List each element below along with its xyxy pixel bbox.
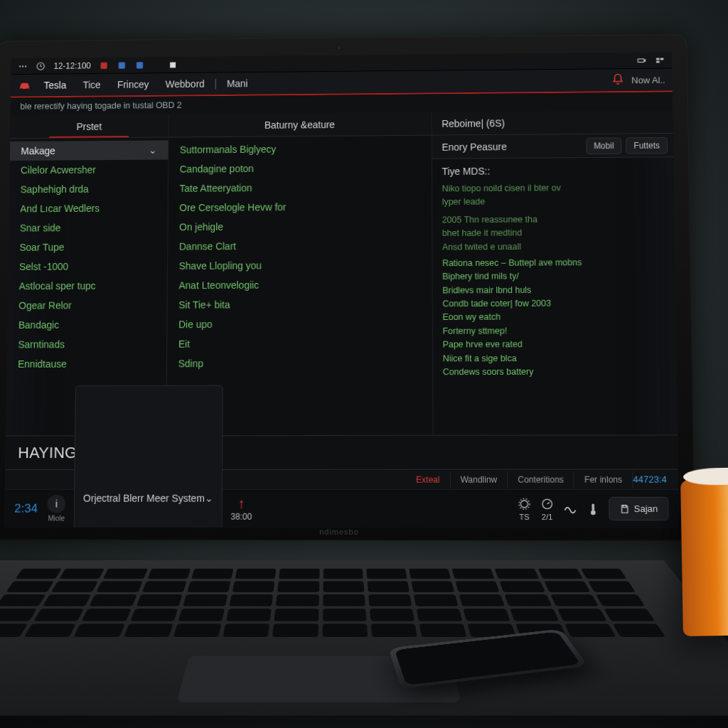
section-title: Tiye MDS:: (441, 164, 663, 177)
os-menu-icon[interactable] (18, 61, 28, 71)
info-icon[interactable]: i (48, 495, 66, 513)
log-line: Condews soors battery (443, 365, 667, 379)
list-item[interactable]: Candagine poton (168, 158, 432, 179)
list-item[interactable]: Eit (167, 333, 432, 354)
list-item[interactable]: On jehigle (168, 216, 432, 237)
list-item[interactable]: Die upo (167, 314, 432, 334)
svg-point-0 (19, 65, 21, 67)
menu-item-2[interactable]: Frincey (110, 76, 156, 93)
tray-icon-4[interactable] (168, 60, 178, 70)
save-icon (619, 503, 629, 513)
menu-item-1[interactable]: Tice (76, 77, 108, 93)
svg-point-2 (25, 65, 26, 67)
footer-bar: 2:34 i Miole Orjectral Blerr Meer System… (4, 489, 679, 528)
list-item[interactable]: Ennidtause (6, 354, 166, 374)
tray-icon-1[interactable] (99, 60, 109, 70)
tab-ferinlons[interactable]: Fer inlons (574, 471, 633, 488)
ts-icon[interactable]: TS (517, 496, 531, 520)
log-line: Pape hrve eve rated (443, 338, 667, 352)
svg-rect-18 (592, 503, 594, 510)
laptop-keyboard (0, 569, 670, 643)
right-header: Reboime| (6S) (432, 110, 673, 136)
list-item[interactable]: Sarntinads (7, 334, 167, 354)
right-log: Tiye MDS:: Niko tiopo noild cisen il bte… (432, 157, 678, 435)
list-item[interactable]: Astlocal sper tupc (8, 276, 167, 296)
list-item-selected[interactable]: Makage⌄ (10, 140, 168, 161)
menu-item-4[interactable]: Mani (220, 75, 255, 92)
list-item[interactable]: Bandagic (7, 315, 166, 335)
list-item[interactable]: Tate Atteeryation (168, 177, 432, 198)
list-item[interactable]: Sit Tie+ bita (168, 294, 432, 315)
brand-car-icon (18, 79, 32, 92)
window-controls-icon[interactable] (655, 55, 665, 65)
right-subheader: Enory Peasure Mobil Futtets (432, 134, 673, 159)
log-line: Niko tiopo noild cisen il bter ov (442, 181, 664, 196)
svg-point-1 (22, 65, 23, 67)
os-clock: 12-12:100 (53, 60, 90, 70)
log-line: Bridlevs mair lbnd huls (442, 283, 665, 298)
chevron-down-icon: ⌄ (205, 492, 213, 503)
coffee-cup (680, 478, 728, 636)
menu-item-3[interactable]: Webbord (159, 75, 212, 92)
list-item[interactable]: Ogear Relor (8, 295, 167, 315)
svg-rect-12 (656, 60, 660, 63)
list-item[interactable]: Snar side (9, 218, 167, 238)
list-item[interactable]: Selst -1000 (8, 256, 167, 276)
save-button[interactable]: Sajan (609, 497, 669, 520)
laptop-hinge-label: ndimesbo (319, 528, 359, 536)
tab-wandlinw[interactable]: Wandlinw (451, 471, 508, 488)
chevron-down-icon: ⌄ (149, 144, 157, 156)
left-header: Prstet (10, 114, 168, 139)
svg-point-19 (591, 510, 596, 515)
log-line: Forterny sttmep! (442, 324, 665, 338)
svg-rect-9 (644, 60, 645, 61)
list-item[interactable]: Suttormanals Biglyecy (168, 138, 431, 159)
tab-conteritions[interactable]: Conteritions (508, 471, 574, 488)
mobil-button[interactable]: Mobil (586, 137, 622, 154)
svg-rect-11 (660, 58, 664, 60)
laptop-camera (336, 45, 342, 50)
log-line: Rationa nesec – Buttepl ave mobns (442, 256, 665, 271)
list-item[interactable]: Sdinp (167, 353, 432, 374)
info-label: Miole (48, 515, 65, 523)
list-item[interactable]: Cilelor Acwersher (9, 159, 168, 180)
futtets-button[interactable]: Futtets (626, 136, 668, 154)
wave-icon[interactable] (563, 501, 577, 515)
right-pane: Reboime| (6S) Enory Peasure Mobil Futtet… (432, 110, 678, 435)
list-item[interactable]: Shave Llopling you (168, 255, 432, 276)
svg-rect-8 (638, 58, 644, 62)
list-item[interactable]: Saphehigh drda (9, 179, 168, 200)
ratio-gauge-icon[interactable]: 2/1 (540, 496, 554, 520)
log-line: Ansd twited e unaall (442, 240, 665, 255)
log-line: 2005 Thn reassunee tha (442, 212, 665, 227)
log-line: Biphery tind mils ty/ (442, 269, 665, 284)
list-item[interactable]: Ore Cerselogle Hevw for (168, 196, 432, 218)
list-item[interactable]: Anat Lteonvelogiic (168, 274, 432, 295)
svg-rect-5 (119, 62, 125, 68)
arrow-up-icon[interactable]: ↑ (237, 496, 245, 512)
tab-exteal[interactable]: Exteal (406, 471, 450, 488)
svg-point-15 (520, 500, 528, 507)
list-item[interactable]: Dannse Clart (168, 235, 432, 256)
log-line: Condb tade coter| fow 2003 (442, 296, 665, 311)
new-alert-label[interactable]: Now Al.. (631, 75, 665, 85)
svg-rect-20 (623, 505, 626, 507)
log-line: bhet hade it medtind (442, 226, 665, 241)
system-select[interactable]: Orjectral Blerr Meer System⌄ (73, 385, 223, 528)
alert-bell-icon[interactable] (611, 73, 624, 87)
app-screen: 12-12:100 Tesla Tice Frincey Webbord (4, 52, 679, 528)
thermometer-icon[interactable] (586, 501, 600, 515)
laptop-deck (0, 560, 728, 716)
menu-brand[interactable]: Tesla (37, 77, 73, 93)
log-line: Eoon wy eatch (442, 310, 665, 324)
tray-icon-2[interactable] (117, 60, 127, 70)
list-item[interactable]: And Lıcar Wedlers (9, 198, 168, 219)
tray-icon-3[interactable] (135, 60, 145, 70)
footer-number: 38:00 (230, 512, 252, 522)
stat-number: 2:34 (14, 501, 38, 515)
svg-rect-6 (136, 62, 143, 68)
svg-rect-7 (170, 62, 176, 68)
list-item[interactable]: Soar Tupe (9, 237, 168, 257)
battery-icon (636, 55, 646, 65)
mid-header: Baturny &eature (168, 112, 431, 138)
